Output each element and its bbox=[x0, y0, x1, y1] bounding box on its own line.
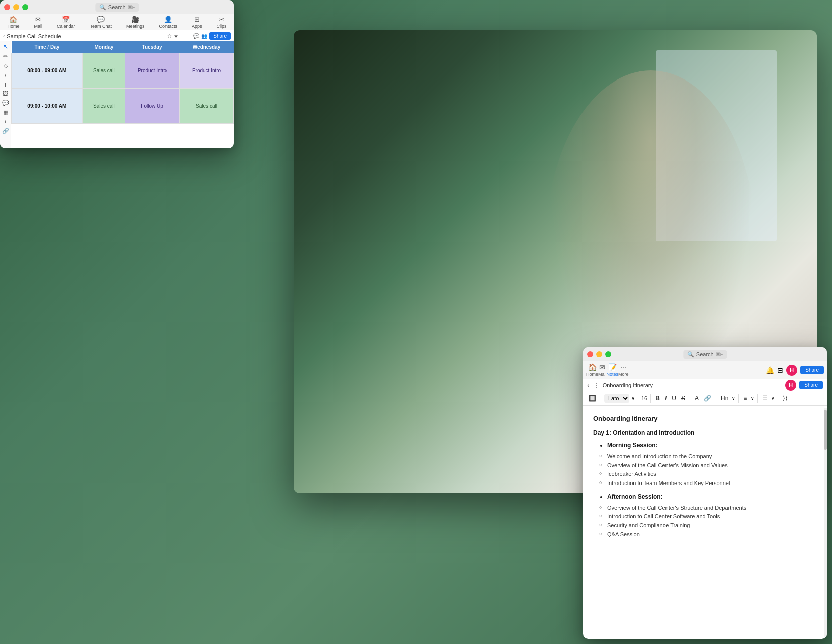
time-cell-0800: 08:00 - 09:00 AM bbox=[12, 53, 83, 89]
cell-wednesday-0800[interactable]: Product Intro bbox=[180, 53, 234, 89]
col-header-tuesday: Tuesday bbox=[125, 41, 180, 53]
chat-icon: 💬 bbox=[97, 16, 105, 23]
schedule-table: Time / Day Monday Tuesday Wednesday 08:0… bbox=[11, 41, 234, 124]
layout-icon[interactable]: ⊟ bbox=[777, 366, 783, 374]
highlight-button[interactable]: A bbox=[693, 394, 700, 403]
toolbar-separator bbox=[601, 394, 601, 403]
nav-mail[interactable]: ✉ Mail bbox=[34, 16, 42, 29]
line-tool[interactable]: / bbox=[5, 72, 6, 78]
nav-home[interactable]: 🏠 Home bbox=[7, 16, 19, 29]
scrollbar-thumb[interactable] bbox=[824, 410, 827, 450]
tool-sidebar: ↖ ✏ ◇ / T 🖼 💬 ▦ + 🔗 bbox=[0, 41, 11, 148]
toolbar-separator bbox=[716, 394, 716, 403]
notes-nav-notes[interactable]: 📝 Notes bbox=[607, 363, 619, 377]
home-icon: 🏠 bbox=[9, 16, 17, 23]
notes-nav-more[interactable]: ··· More bbox=[618, 363, 629, 377]
toolbar-separator bbox=[690, 394, 690, 403]
nav-apps[interactable]: ⊞ Apps bbox=[192, 16, 202, 29]
text-tool[interactable]: T bbox=[4, 82, 7, 88]
more-icon: ··· bbox=[620, 363, 626, 371]
notes-nav-home[interactable]: 🏠 Home bbox=[586, 363, 598, 377]
underline-button[interactable]: U bbox=[670, 394, 678, 403]
notes-titlebar: 🔍 Search ⌘F bbox=[583, 347, 827, 361]
day1-header: Day 1: Orientation and Introduction bbox=[593, 428, 817, 438]
comment-sidebar-tool[interactable]: 💬 bbox=[2, 100, 9, 106]
notes-maximize-button[interactable] bbox=[605, 351, 611, 357]
people-icon: 👥 bbox=[201, 33, 207, 39]
col-header-monday: Monday bbox=[82, 41, 125, 53]
table-row: 08:00 - 09:00 AM Sales call Product Intr… bbox=[12, 53, 234, 89]
image-tool[interactable]: 🖼 bbox=[3, 91, 8, 97]
align-button[interactable]: ≡ bbox=[742, 394, 748, 403]
maximize-button[interactable] bbox=[22, 4, 28, 10]
spreadsheet-nav: 🏠 Home ✉ Mail 📅 Calendar 💬 Team Chat 🎥 M… bbox=[0, 14, 234, 30]
list-button[interactable]: ☰ bbox=[761, 394, 769, 403]
cell-tuesday-0900[interactable]: Follow Up bbox=[125, 89, 180, 124]
spreadsheet-window: 🔍 Search ⌘F 🏠 Home ✉ Mail 📅 Calendar 💬 T… bbox=[0, 0, 234, 148]
toolbar-separator bbox=[638, 394, 638, 403]
afternoon-bullet-4: Q&A Session bbox=[607, 530, 817, 539]
pointer-tool[interactable]: ↖ bbox=[3, 43, 8, 50]
nav-calendar[interactable]: 📅 Calendar bbox=[57, 16, 75, 29]
toolbar-separator bbox=[757, 394, 758, 403]
more-icon[interactable]: ⋯ bbox=[180, 33, 185, 39]
afternoon-bullet-2: Introduction to Call Center Software and… bbox=[607, 512, 817, 521]
morning-bullet-1: Welcome and Introduction to the Company bbox=[607, 452, 817, 461]
heading-button[interactable]: Hn bbox=[719, 394, 730, 403]
minimize-button[interactable] bbox=[13, 4, 19, 10]
scrollbar-track[interactable] bbox=[824, 408, 827, 639]
nav-contacts[interactable]: 👤 Contacts bbox=[159, 16, 177, 29]
connector-tool[interactable]: 🔗 bbox=[2, 128, 9, 134]
notes-close-button[interactable] bbox=[587, 351, 593, 357]
nav-meetings[interactable]: 🎥 Meetings bbox=[126, 16, 145, 29]
plus-tool[interactable]: + bbox=[4, 119, 7, 125]
notes-window: 🔍 Search ⌘F 🏠 Home ✉ Mail 📝 Notes ··· Mo… bbox=[583, 347, 827, 639]
time-cell-0900: 09:00 - 10:00 AM bbox=[12, 89, 83, 124]
spreadsheet-search[interactable]: 🔍 Search ⌘F bbox=[95, 3, 139, 12]
clips-icon: ✂ bbox=[219, 16, 224, 23]
spreadsheet-share-button[interactable]: Share bbox=[209, 32, 231, 40]
font-size-display: 16 bbox=[641, 395, 647, 401]
back-arrow[interactable]: ‹ bbox=[587, 381, 590, 389]
cell-monday-0800[interactable]: Sales call bbox=[82, 53, 125, 89]
link-button[interactable]: 🔗 bbox=[702, 394, 713, 403]
notes-minimize-button[interactable] bbox=[596, 351, 602, 357]
doc-title: Sample Call Schedule bbox=[7, 33, 165, 39]
close-button[interactable] bbox=[4, 4, 10, 10]
expand-button[interactable]: ⟩⟩ bbox=[781, 394, 789, 403]
author-avatar: H bbox=[785, 380, 796, 391]
italic-button[interactable]: I bbox=[663, 394, 668, 403]
mail-icon: ✉ bbox=[599, 363, 605, 371]
col-header-time: Time / Day bbox=[12, 41, 83, 53]
back-arrow[interactable]: ‹ bbox=[3, 33, 5, 39]
table-tool[interactable]: ▦ bbox=[3, 109, 8, 116]
nav-clips[interactable]: ✂ Clips bbox=[216, 16, 226, 29]
strikethrough-button[interactable]: S bbox=[680, 394, 687, 403]
meetings-icon: 🎥 bbox=[131, 16, 139, 23]
cell-wednesday-0900[interactable]: Sales call bbox=[180, 89, 234, 124]
notes-toolbar: 🔲 Lato ∨ 16 B I U S A 🔗 Hn ∨ ≡ ∨ ☰ ∨ ⟩⟩ bbox=[583, 391, 827, 406]
shape-tool[interactable]: ◇ bbox=[4, 63, 8, 69]
notes-share-button[interactable]: Share bbox=[800, 366, 824, 374]
afternoon-bullet-1: Overview of the Call Center's Structure … bbox=[607, 504, 817, 513]
align-chevron: ∨ bbox=[751, 396, 754, 401]
notes-share-button-2[interactable]: Share bbox=[799, 381, 823, 389]
spreadsheet-titlebar: 🔍 Search ⌘F bbox=[0, 0, 234, 14]
bell-icon[interactable]: 🔔 bbox=[766, 366, 774, 374]
morning-bullet-4: Introduction to Team Members and Key Per… bbox=[607, 479, 817, 488]
notes-nav-mail[interactable]: ✉ Mail bbox=[598, 363, 607, 377]
toolbar-separator bbox=[778, 394, 778, 403]
nav-teamchat[interactable]: 💬 Team Chat bbox=[90, 16, 112, 29]
cell-monday-0900[interactable]: Sales call bbox=[82, 89, 125, 124]
font-selector[interactable]: Lato bbox=[604, 394, 629, 403]
doc-toolbar: ‹ Sample Call Schedule ☆ ★ ⋯ 💬 👥 Share bbox=[0, 30, 234, 42]
pencil-tool[interactable]: ✏ bbox=[3, 53, 8, 60]
color-button[interactable]: 🔲 bbox=[587, 394, 598, 403]
contacts-icon: 👤 bbox=[164, 16, 172, 23]
more-button[interactable]: ⋮ bbox=[593, 381, 600, 389]
bold-button[interactable]: B bbox=[654, 394, 661, 403]
notes-search[interactable]: 🔍 Search ⌘F bbox=[683, 350, 727, 359]
cell-tuesday-0800[interactable]: Product Intro bbox=[125, 53, 180, 89]
afternoon-session-label: Afternoon Session: bbox=[607, 492, 817, 502]
comment-icon[interactable]: 💬 bbox=[193, 33, 199, 39]
